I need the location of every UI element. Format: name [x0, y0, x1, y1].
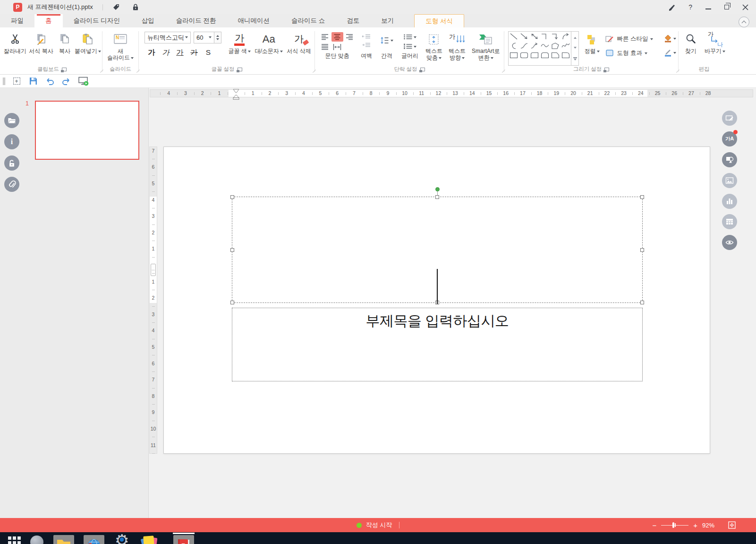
shape-elbow-connector-icon[interactable] [540, 32, 550, 41]
shape-curved-connector-icon[interactable] [529, 41, 540, 51]
start-slideshow-button[interactable] [77, 76, 90, 86]
align-center-button[interactable] [331, 32, 343, 42]
fullscreen-button[interactable] [728, 521, 736, 529]
dialog-launcher-icon[interactable] [238, 68, 242, 71]
minimize-button[interactable] [705, 9, 711, 9]
shape-freeform-icon[interactable] [550, 41, 561, 51]
close-button[interactable] [742, 4, 748, 10]
web-browser-button[interactable] [84, 535, 104, 544]
slide-thumbnail[interactable] [35, 101, 139, 160]
paste-button[interactable]: 붙여넣기 [75, 27, 101, 66]
underline-button[interactable]: 가 [173, 47, 187, 58]
replace-button[interactable]: 가 나 바꾸기 [702, 27, 728, 66]
slide-edit-button[interactable] [722, 111, 737, 126]
text-fit-button[interactable]: 텍스트 맞춤 [422, 27, 445, 66]
align-left-button[interactable] [319, 32, 331, 42]
restore-button[interactable] [724, 5, 729, 9]
decrease-indent-button[interactable] [362, 32, 371, 41]
font-size-select[interactable]: 60 [194, 32, 214, 43]
shape-scribble-icon[interactable] [561, 41, 571, 51]
shape-top-round-rectangle-icon[interactable] [529, 51, 540, 60]
horizontal-ruler[interactable]: 4321123456789101112131415161718192021222… [149, 88, 756, 98]
font-name-select[interactable]: 뉴티맥스고딕 [144, 32, 191, 43]
insert-image-button[interactable] [722, 173, 737, 188]
dialog-launcher-icon[interactable] [62, 68, 67, 71]
tab-transition[interactable]: 슬라이드 전환 [165, 14, 227, 27]
title-placeholder[interactable] [232, 197, 643, 303]
text-shadow-button[interactable]: S [201, 47, 215, 58]
shape-rectangle-icon[interactable] [509, 51, 519, 60]
dialog-launcher-icon[interactable] [420, 68, 425, 71]
pen-feedback-icon[interactable] [668, 3, 675, 11]
zoom-slider[interactable] [661, 522, 688, 528]
presentation-app-button[interactable]: P [173, 535, 194, 544]
shape-effect-button[interactable]: 도형 효과 [605, 48, 662, 58]
shape-dome-icon[interactable] [540, 51, 550, 60]
shape-double-arrow-icon[interactable] [529, 32, 540, 41]
tab-animation[interactable]: 애니메이션 [227, 14, 281, 27]
resize-handle-top-center[interactable] [435, 195, 439, 199]
numbered-list-button[interactable] [403, 42, 416, 51]
font-color-button[interactable]: 가 글꼴 색 [226, 27, 253, 66]
line-spacing-button[interactable] [380, 35, 393, 45]
find-button[interactable]: 찾기 [680, 27, 702, 66]
copy-button[interactable]: 복사 [55, 27, 75, 66]
shape-snip-corner-rectangle-icon[interactable] [550, 51, 561, 60]
subtitle-placeholder[interactable]: 부제목을 입력하십시오 [232, 308, 643, 381]
increase-indent-button[interactable] [362, 41, 371, 49]
tab-view[interactable]: 보기 [370, 14, 405, 27]
open-document-button[interactable] [4, 113, 19, 128]
shape-gallery-up-button[interactable] [571, 32, 578, 43]
zoom-out-button[interactable]: − [652, 522, 656, 529]
insert-chart-button[interactable] [722, 194, 737, 209]
shape-wave-icon[interactable] [540, 41, 550, 51]
slide-canvas[interactable]: 부제목을 입력하십시오 [163, 147, 710, 454]
save-button[interactable] [28, 76, 38, 86]
attachment-button[interactable] [4, 177, 19, 192]
change-case-button[interactable]: Aa 대/소문자 [253, 27, 284, 66]
quick-style-button[interactable]: 빠른 스타일 [605, 34, 662, 43]
text-direction-button[interactable]: 가 텍스트 방향 [445, 27, 468, 66]
convert-to-smartart-button[interactable]: SmartArt로 변환 [468, 27, 503, 66]
dialog-launcher-icon[interactable] [604, 68, 609, 71]
vertical-ruler[interactable]: 76543211234567891011 [149, 147, 157, 454]
ribbon-collapse-button[interactable] [739, 17, 749, 27]
shape-fill-button[interactable] [663, 34, 676, 43]
bold-button[interactable]: 가 [144, 47, 159, 58]
toolbar-drag-handle[interactable] [3, 78, 5, 85]
shape-curved-arrow-icon[interactable] [561, 32, 571, 41]
zoom-slider-handle[interactable] [672, 522, 674, 528]
align-distribute-button[interactable] [331, 42, 343, 52]
shape-s-curve-icon[interactable] [519, 41, 529, 51]
rotation-handle[interactable] [435, 187, 440, 191]
tab-shape-format[interactable]: 도형 서식 [414, 14, 464, 27]
tag-icon[interactable] [112, 3, 120, 11]
strikethrough-button[interactable]: 가 [187, 47, 201, 58]
shape-line-icon[interactable] [509, 32, 519, 41]
shape-gallery-more-button[interactable] [571, 54, 578, 65]
tab-home[interactable]: 홈 [34, 14, 63, 27]
cut-button[interactable]: 잘라내기 [3, 27, 27, 66]
shape-gallery-down-button[interactable] [571, 43, 578, 54]
tab-file[interactable]: 파일 [0, 14, 34, 27]
format-painter-button[interactable]: 서식 복사 [27, 27, 55, 66]
search-button[interactable] [30, 535, 43, 544]
new-document-button[interactable]: + [11, 76, 22, 86]
help-button[interactable]: ? [688, 3, 692, 11]
shape-curve-icon[interactable] [509, 41, 519, 51]
redo-button[interactable] [61, 76, 71, 86]
file-explorer-button[interactable] [53, 535, 74, 544]
zoom-in-button[interactable]: + [693, 522, 697, 529]
shape-half-round-rectangle-icon[interactable] [561, 51, 571, 60]
align-right-button[interactable] [344, 32, 356, 42]
insert-table-button[interactable] [722, 214, 737, 229]
zoom-level[interactable]: 92% [702, 522, 714, 529]
document-lock-button[interactable] [4, 155, 19, 171]
shapes-button[interactable] [722, 152, 737, 167]
tab-slideshow[interactable]: 슬라이드 쇼 [280, 14, 336, 27]
undo-button[interactable] [44, 76, 55, 86]
app-grid-button[interactable] [8, 536, 22, 544]
shape-arrow-icon[interactable] [519, 32, 529, 41]
bullet-list-button[interactable] [403, 32, 416, 42]
italic-button[interactable]: 가 [159, 47, 173, 58]
